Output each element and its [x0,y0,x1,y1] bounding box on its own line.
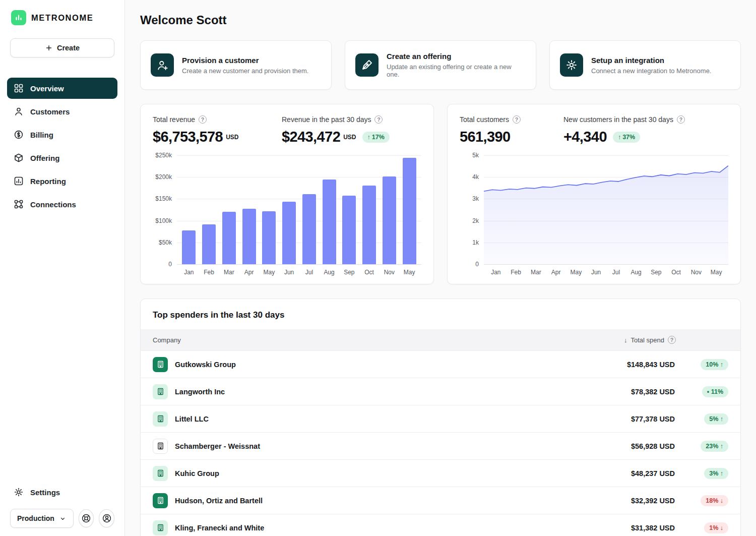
action-card-description: Connect a new integration to Metronome. [591,67,711,75]
help-icon[interactable]: ? [199,115,207,124]
charts-row: Total revenue ? $6,753,578 USD Revenue i… [140,104,741,284]
sidebar-item-overview[interactable]: Overview [7,78,117,99]
building-icon [156,469,165,478]
total-spend-value: $77,378 USD [604,415,675,423]
customers-card: Total customers ? 561,390 New customers … [447,104,741,284]
offering-icon [14,153,24,163]
y-axis: $250k$200k$150k$100k$50k0 [153,155,177,264]
sidebar-item-customers[interactable]: Customers [7,101,117,122]
x-tick-label: May [399,269,419,276]
bars [177,155,421,264]
column-total-spend[interactable]: ↓ Total spend ? [624,336,676,344]
company-building-icon [153,493,168,508]
account-button[interactable] [99,509,114,527]
environment-label: Production [17,514,54,522]
page-title: Welcome Scott [140,13,741,27]
action-card-description: Update an existing offering or create a … [387,63,526,78]
company-name: Littel LLC [175,415,209,423]
x-tick-label: Jan [486,269,506,276]
sidebar: METRONOME Create OverviewCustomersBillin… [0,0,125,536]
bar-column [279,155,299,264]
bar-column [380,155,400,264]
table-title: Top spenders in the last 30 days [141,299,740,329]
chevron-down-icon [59,515,67,522]
change-badge: 10% ↑ [701,359,728,370]
table-header: Company ↓ Total spend ? [141,329,740,350]
x-tick-label: May [566,269,586,276]
x-tick-label: May [706,269,726,276]
period-revenue-label: Revenue in the past 30 days [282,115,371,124]
bar [323,180,336,264]
x-tick-label: Feb [506,269,526,276]
change-badge: • 11% [702,386,728,397]
life-ring-icon [81,513,91,523]
sidebar-item-connections[interactable]: Connections [7,194,117,215]
bar [342,196,356,264]
bar [362,186,376,264]
x-tick-label: Aug [626,269,646,276]
help-icon[interactable]: ? [677,115,685,124]
y-tick-label: $50k [159,239,172,246]
bar-column [319,155,339,264]
table-row[interactable]: Kuhic Group$48,237 USD3% ↑ [141,459,740,487]
bar [202,224,216,264]
change-badge: 3% ↑ [704,468,728,479]
table-row[interactable]: Hudson, Ortiz and Bartell$32,392 USD18% … [141,487,740,514]
x-axis: JanFebMarAprMayJunJulAugSepOctNovMay [177,269,421,276]
bar-column [339,155,359,264]
create-button[interactable]: Create [10,38,114,57]
table-row[interactable]: Schamberger - Weissnat$56,928 USD23% ↑ [141,432,740,459]
help-icon[interactable]: ? [374,115,383,124]
table-row[interactable]: Littel LLC$77,378 USD5% ↑ [141,405,740,432]
revenue-bar-chart: $250k$200k$150k$100k$50k0 [153,155,421,264]
sidebar-item-offering[interactable]: Offering [7,147,117,168]
gear-icon [560,53,583,77]
company-name: Kuhic Group [175,469,219,478]
building-icon [156,523,165,532]
bar [182,230,196,264]
table-row[interactable]: Langworth Inc$78,382 USD• 11% [141,378,740,405]
total-customers-value: 561,390 [460,129,511,145]
sidebar-spacer [0,215,124,482]
x-tick-label: Apr [546,269,566,276]
action-card-title: Create an offering [387,52,526,61]
plus-icon [45,44,53,52]
action-card-title: Setup an integration [591,56,711,65]
connections-icon [14,199,24,209]
sidebar-item-settings[interactable]: Settings [7,482,117,503]
sidebar-item-billing[interactable]: Billing [7,124,117,145]
help-icon[interactable]: ? [668,336,676,344]
sidebar-item-reporting[interactable]: Reporting [7,170,117,192]
environment-selector[interactable]: Production [10,509,74,528]
x-tick-label: Sep [646,269,666,276]
total-revenue-unit: USD [226,134,238,141]
area-plot [484,155,728,264]
x-tick-label: Jul [299,269,320,276]
period-customers-label: New customers in the past 30 days [563,115,673,124]
bar-column [359,155,380,264]
help-button[interactable] [79,509,94,527]
settings-label: Settings [30,488,60,497]
bar [403,158,416,264]
total-spend-value: $48,237 USD [604,469,675,478]
x-tick-label: May [259,269,279,276]
reporting-icon [14,176,24,186]
customers-area-chart: 5k4k3k2k1k0 [460,155,728,264]
y-axis: 5k4k3k2k1k0 [460,155,484,264]
y-tick-label: 2k [472,217,479,224]
action-card-setup-an-integration[interactable]: Setup an integrationConnect a new integr… [549,40,741,90]
table-row[interactable]: Kling, Franecki and White$31,382 USD1% ↓ [141,514,740,536]
gear-icon [565,59,578,71]
bar-column [239,155,259,264]
bar-column [259,155,279,264]
help-icon[interactable]: ? [513,115,521,124]
action-card-provision-a-customer[interactable]: Provision a customerCreate a new custome… [140,40,332,90]
bar [262,211,276,264]
company-building-icon [153,439,168,454]
y-tick-label: $100k [155,217,172,224]
action-card-create-an-offering[interactable]: Create an offeringUpdate an existing off… [345,40,536,90]
column-total-spend-label: Total spend [631,336,665,344]
change-badge: 23% ↑ [701,441,728,452]
pen-icon [355,53,379,77]
table-row[interactable]: Gutkowski Group$148,843 USD10% ↑ [141,350,740,378]
